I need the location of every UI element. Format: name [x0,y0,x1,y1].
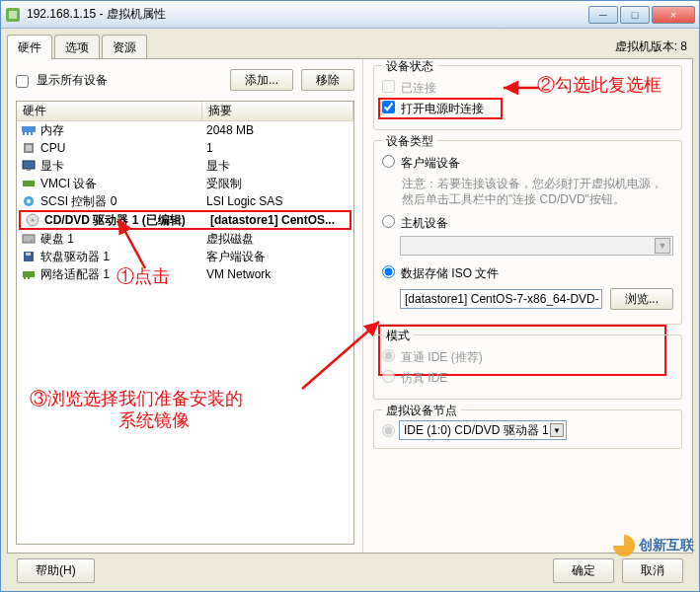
minimize-button[interactable]: ─ [588,6,618,24]
svg-rect-7 [26,145,32,151]
col-hardware-header[interactable]: 硬件 [17,101,202,121]
browse-button[interactable]: 浏览... [610,288,673,310]
cpu-icon [21,141,37,155]
datastore-iso-label: 数据存储 ISO 文件 [401,265,499,282]
hw-label: SCSI 控制器 0 [40,193,206,210]
hw-summary: VM Network [206,267,353,281]
svg-rect-1 [9,11,17,19]
table-row[interactable]: 显卡 显卡 [17,157,353,175]
svg-rect-2 [22,126,36,132]
svg-point-12 [27,199,31,203]
connect-at-power-on-checkbox[interactable] [382,101,395,113]
table-row[interactable]: 内存 2048 MB [17,121,353,139]
hw-summary: 2048 MB [206,123,353,137]
titlebar: 192.168.1.15 - 虚拟机属性 ─ □ × [1,1,699,29]
hw-label: 网络适配器 1 [40,266,206,283]
svg-rect-19 [23,271,35,277]
passthrough-radio [382,349,395,362]
table-row-cddvd[interactable]: CD/DVD 驱动器 1 (已编辑) [datastore1] CentOS..… [19,210,351,230]
tab-options[interactable]: 选项 [54,35,100,59]
vdn-legend: 虚拟设备节点 [382,403,461,419]
remove-button[interactable]: 移除 [301,69,354,91]
iso-path-input[interactable]: [datastore1] CentOS-7-x86_64-DVD- [400,289,602,309]
ok-button[interactable]: 确定 [553,558,614,583]
close-button[interactable]: × [652,6,695,24]
connect-at-power-on-label: 打开电源时连接 [401,101,484,117]
svg-rect-18 [26,253,31,256]
hw-label: 显卡 [40,158,206,175]
connected-checkbox [382,80,395,93]
hw-label: 内存 [40,122,206,139]
mode-group: 模式 直通 IDE (推荐) 仿真 IDE [373,334,682,400]
video-icon [21,159,37,173]
hardware-table: 硬件 摘要 内存 2048 MB CPU 1 [16,101,354,545]
svg-rect-3 [23,132,25,135]
emulate-radio [382,370,395,383]
svg-point-16 [31,240,33,242]
content-area: 显示所有设备 添加... 移除 硬件 摘要 内存 2048 MB [7,58,693,554]
host-device-radio[interactable] [382,215,395,228]
vmci-icon [21,177,37,190]
ram-icon [21,123,37,137]
tab-resources[interactable]: 资源 [102,35,147,59]
table-row[interactable]: 软盘驱动器 1 客户端设备 [17,248,353,265]
svg-rect-20 [24,277,26,279]
vdn-combo[interactable]: IDE (1:0) CD/DVD 驱动器 1 ▼ [399,420,567,440]
svg-rect-21 [28,277,30,279]
col-summary-header[interactable]: 摘要 [202,101,353,121]
host-device-label: 主机设备 [401,215,448,232]
table-row[interactable]: 硬盘 1 虚拟磁盘 [17,230,353,248]
cancel-button[interactable]: 取消 [622,558,683,583]
svg-rect-4 [27,132,29,135]
svg-rect-15 [23,235,35,243]
virtual-device-node-group: 虚拟设备节点 IDE (1:0) CD/DVD 驱动器 1 ▼ [373,409,682,449]
hw-summary: 虚拟磁盘 [206,231,353,248]
datastore-iso-radio[interactable] [382,265,395,278]
floppy-icon [21,250,37,263]
tab-bar: 硬件 选项 资源 虚拟机版本: 8 [7,35,693,59]
client-device-radio[interactable] [382,155,395,168]
svg-rect-9 [27,169,31,171]
table-row[interactable]: CPU 1 [17,139,353,157]
hw-summary: 客户端设备 [206,249,353,265]
device-type-legend: 设备类型 [382,133,437,150]
device-type-group: 设备类型 客户端设备 注意：若要连接该设备，您必须打开虚拟机电源，然后单击工具栏… [373,140,682,325]
svg-point-14 [32,219,35,222]
connected-label: 已连接 [401,80,436,97]
chevron-down-icon[interactable]: ▼ [550,423,564,437]
table-row[interactable]: SCSI 控制器 0 LSI Logic SAS [17,192,353,210]
hw-label: VMCI 设备 [40,176,206,192]
tab-hardware[interactable]: 硬件 [7,35,52,59]
svg-rect-10 [23,181,35,186]
watermark-logo: 创新互联 [613,535,694,556]
logo-icon [613,535,635,556]
watermark-text: 创新互联 [639,537,694,555]
vdn-radio [382,424,395,437]
show-all-devices-label: 显示所有设备 [37,72,108,89]
nic-icon [21,267,37,281]
hw-label: 硬盘 1 [40,231,206,248]
show-all-devices-checkbox[interactable] [16,75,29,88]
hardware-list-pane: 显示所有设备 添加... 移除 硬件 摘要 内存 2048 MB [8,59,363,553]
table-row[interactable]: VMCI 设备 受限制 [17,175,353,192]
client-device-note: 注意：若要连接该设备，您必须打开虚拟机电源，然后单击工具栏中的"连接 CD/DV… [402,176,673,207]
disk-icon [21,232,37,246]
maximize-button[interactable]: □ [620,6,650,24]
hw-summary: [datastore1] CentOS... [210,213,350,227]
hw-summary: 受限制 [206,176,353,192]
svg-rect-8 [23,161,35,169]
cd-icon [25,213,40,227]
add-button[interactable]: 添加... [230,69,293,91]
hw-summary: LSI Logic SAS [206,194,353,208]
bottom-bar: 帮助(H) 确定 取消 [7,554,693,587]
host-device-select: ▼ [400,236,673,256]
client-device-label: 客户端设备 [401,155,460,172]
vsphere-icon [5,7,21,23]
scsi-icon [21,194,37,208]
hw-summary: 1 [206,141,353,155]
svg-rect-5 [31,132,33,135]
help-button[interactable]: 帮助(H) [17,558,95,583]
table-row[interactable]: 网络适配器 1 VM Network [17,265,353,283]
vdn-value: IDE (1:0) CD/DVD 驱动器 1 [404,422,549,439]
hw-label: CPU [40,141,206,155]
